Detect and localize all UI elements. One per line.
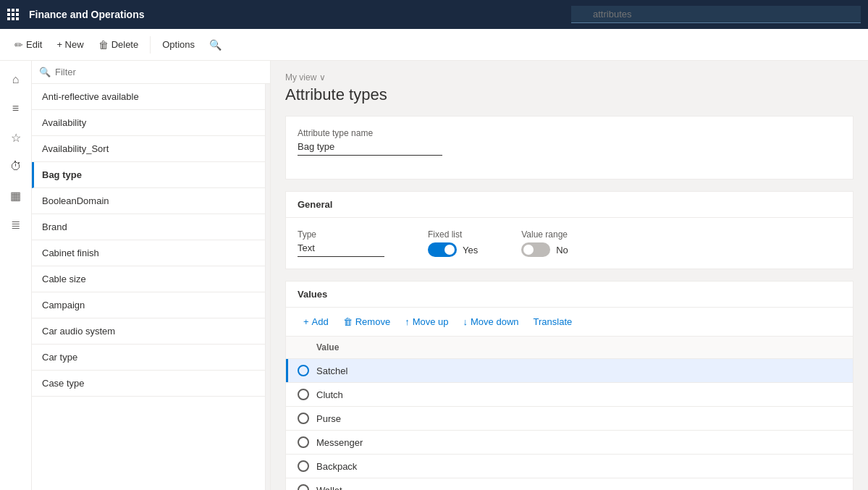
- list-icon: ≣: [11, 218, 20, 232]
- radio-circle[interactable]: [298, 436, 309, 448]
- value-cell: Messenger: [316, 437, 363, 448]
- list-panel: 🔍 Anti-reflective availableAvailabilityA…: [32, 61, 271, 490]
- move-up-label: Move up: [413, 316, 449, 327]
- star-icon: ☆: [11, 131, 21, 145]
- type-label: Type: [298, 229, 384, 240]
- value-row[interactable]: Satchel: [286, 359, 853, 383]
- filter-icon: 🔍: [39, 67, 51, 77]
- search-icon: 🔍: [209, 39, 222, 51]
- value-range-toggle-container: No: [521, 242, 568, 257]
- remove-value-button[interactable]: 🗑 Remove: [337, 313, 396, 330]
- list-scroll-wrapper: Anti-reflective availableAvailabilityAva…: [32, 84, 270, 490]
- list-item[interactable]: Availability: [32, 110, 270, 136]
- edit-icon: ✏: [14, 39, 23, 51]
- attribute-type-name-value[interactable]: Bag type: [298, 141, 442, 156]
- values-card: Values + Add 🗑 Remove ↑ Move up ↓ Move d…: [285, 281, 854, 490]
- home-icon-btn[interactable]: ⌂: [3, 67, 29, 93]
- values-table: Value SatchelClutchPurseMessengerBackpac…: [286, 337, 853, 490]
- translate-label: Translate: [534, 316, 573, 327]
- values-section-header: Values: [286, 282, 853, 308]
- clock-icon: ⏱: [10, 160, 22, 173]
- values-header-row: Value: [286, 337, 853, 359]
- list-item[interactable]: Bag type: [32, 162, 270, 188]
- home-icon: ⌂: [12, 73, 20, 86]
- chevron-down-icon: ∨: [319, 72, 326, 83]
- list-item[interactable]: Anti-reflective available: [32, 84, 270, 110]
- radio-circle[interactable]: [298, 365, 309, 376]
- options-label: Options: [162, 39, 195, 50]
- value-cell: Wallet: [316, 485, 342, 491]
- main-layout: ⌂ ≡ ☆ ⏱ ▦ ≣ 🔍 Anti-reflective availableA…: [0, 61, 868, 490]
- remove-icon: 🗑: [343, 316, 353, 327]
- list-item[interactable]: Campaign: [32, 292, 270, 318]
- hamburger-icon: ≡: [12, 102, 19, 115]
- value-range-label: Value range: [521, 229, 568, 240]
- new-button[interactable]: + New: [51, 35, 89, 54]
- move-up-button[interactable]: ↑ Move up: [399, 313, 454, 330]
- list-item[interactable]: Case type: [32, 371, 270, 397]
- value-row[interactable]: Wallet: [286, 478, 853, 490]
- radio-circle[interactable]: [298, 413, 309, 424]
- list-item[interactable]: Availability_Sort: [32, 136, 270, 162]
- list-items: Anti-reflective availableAvailabilityAva…: [32, 84, 270, 490]
- fixed-list-toggle-label: Yes: [463, 245, 478, 255]
- value-row[interactable]: Backpack: [286, 455, 853, 478]
- value-cell: Satchel: [316, 366, 347, 376]
- value-cell: Clutch: [316, 389, 343, 400]
- search-button[interactable]: 🔍: [203, 35, 227, 54]
- radio-circle[interactable]: [298, 389, 309, 400]
- value-range-toggle[interactable]: [521, 242, 550, 257]
- attribute-type-card-body: Attribute type name Bag type: [286, 117, 853, 179]
- value-range-toggle-thumb: [523, 245, 534, 255]
- list-item[interactable]: Cabinet finish: [32, 240, 270, 266]
- row-accent: [286, 359, 288, 382]
- general-card: General Type Text Fixed list Yes: [285, 191, 854, 269]
- list-item[interactable]: BooleanDomain: [32, 188, 270, 214]
- fixed-list-field: Fixed list Yes: [428, 229, 478, 257]
- my-view-label: My view: [285, 72, 316, 83]
- attribute-type-card: Attribute type name Bag type: [285, 116, 854, 179]
- edit-button[interactable]: ✏ Edit: [9, 35, 48, 54]
- add-value-button[interactable]: + Add: [298, 313, 334, 330]
- general-section-header: General: [286, 192, 853, 218]
- type-field: Type Text: [298, 229, 384, 257]
- hamburger-icon-btn[interactable]: ≡: [3, 96, 29, 122]
- list-icon-btn[interactable]: ≣: [3, 211, 29, 237]
- list-item[interactable]: Car audio system: [32, 318, 270, 345]
- delete-button[interactable]: 🗑 Delete: [93, 35, 145, 54]
- value-row[interactable]: Messenger: [286, 431, 853, 455]
- app-title: Finance and Operations: [29, 9, 564, 20]
- my-view-row[interactable]: My view ∨: [285, 72, 854, 83]
- value-cell: Purse: [316, 413, 341, 424]
- new-label: + New: [56, 39, 83, 50]
- type-value[interactable]: Text: [298, 242, 384, 257]
- top-bar: Finance and Operations 🔍: [0, 0, 868, 29]
- star-icon-btn[interactable]: ☆: [3, 124, 29, 151]
- value-row[interactable]: Clutch: [286, 383, 853, 407]
- general-row: Type Text Fixed list Yes Value range: [286, 218, 853, 269]
- fixed-list-toggle[interactable]: [428, 242, 457, 257]
- fixed-list-toggle-thumb: [444, 245, 455, 255]
- value-cell: Backpack: [316, 461, 357, 472]
- grid-icon-btn[interactable]: ▦: [3, 182, 29, 208]
- page-title: Attribute types: [285, 85, 854, 104]
- search-container: 🔍: [571, 6, 861, 23]
- list-item[interactable]: Brand: [32, 214, 270, 240]
- value-range-field: Value range No: [521, 229, 568, 257]
- radio-circle[interactable]: [298, 460, 309, 472]
- attribute-type-name-label: Attribute type name: [298, 128, 841, 138]
- list-item[interactable]: Car type: [32, 345, 270, 371]
- app-grid-icon[interactable]: [7, 9, 19, 20]
- filter-input[interactable]: [55, 67, 263, 77]
- attribute-type-name-group: Attribute type name Bag type: [298, 128, 841, 156]
- value-row[interactable]: Purse: [286, 407, 853, 431]
- value-column-header: Value: [298, 342, 339, 352]
- add-icon: +: [303, 316, 309, 327]
- translate-button[interactable]: Translate: [528, 313, 578, 330]
- options-button[interactable]: Options: [156, 35, 201, 54]
- radio-circle[interactable]: [298, 484, 309, 490]
- list-item[interactable]: Cable size: [32, 266, 270, 292]
- clock-icon-btn[interactable]: ⏱: [3, 153, 29, 179]
- search-input[interactable]: [571, 6, 861, 23]
- move-down-button[interactable]: ↓ Move down: [458, 313, 525, 330]
